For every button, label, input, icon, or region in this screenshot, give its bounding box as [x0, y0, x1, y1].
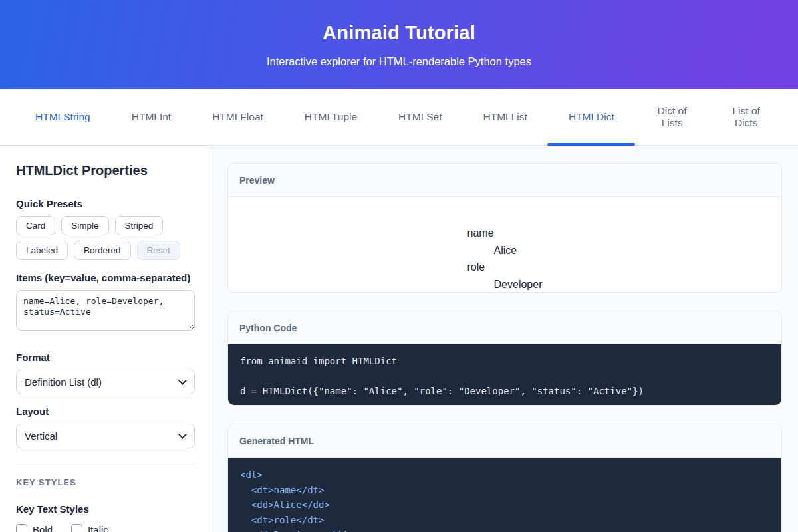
preview-definition-list: name Alice role Developer — [467, 225, 543, 281]
bold-checkbox-label: Bold — [33, 524, 53, 532]
app-title: Animaid Tutorial — [0, 0, 798, 44]
code-line — [240, 369, 769, 384]
preview-output: name Alice role Developer — [228, 197, 781, 292]
code-line: <dt>role</dt> — [240, 513, 769, 528]
code-line: <dl> — [240, 467, 769, 483]
code-line: <dd>Developer</dd> — [240, 527, 769, 532]
layout-select[interactable]: Vertical — [16, 424, 195, 448]
python-code-card-header: Python Code — [228, 311, 781, 344]
generated-html-card-header: Generated HTML — [228, 424, 781, 458]
preset-simple-button[interactable]: Simple — [61, 216, 108, 235]
code-line: <dd>Alice</dd> — [240, 497, 769, 513]
tab-htmldict[interactable]: HTMLDict — [569, 89, 614, 145]
tab-htmlset[interactable]: HTMLSet — [398, 89, 442, 145]
preview-definition: Alice — [494, 242, 543, 259]
sidebar-title: HTMLDict Properties — [16, 163, 195, 178]
key-styles-section-title: KEY STYLES — [16, 477, 195, 487]
preset-reset-button[interactable]: Reset — [137, 241, 180, 260]
preset-striped-button[interactable]: Striped — [115, 216, 164, 235]
tab-list-of-dicts[interactable]: List of Dicts — [730, 89, 763, 145]
layout-select-wrap: Vertical — [16, 424, 195, 448]
preview-term: role — [467, 259, 543, 276]
content-area: HTMLDict Properties Quick Presets Card S… — [0, 146, 798, 532]
code-line: from animaid import HTMLDict — [240, 354, 769, 369]
tab-dict-of-lists[interactable]: Dict of Lists — [656, 89, 689, 145]
app-header: Animaid Tutorial Interactive explorer fo… — [0, 0, 798, 89]
code-line: d = HTMLDict({"name": "Alice", "role": "… — [240, 384, 769, 399]
preview-term: name — [467, 225, 543, 242]
preset-labeled-button[interactable]: Labeled — [16, 241, 68, 260]
italic-checkbox[interactable] — [71, 524, 82, 532]
preview-card: Preview name Alice role Developer — [227, 163, 782, 293]
preset-card-button[interactable]: Card — [16, 216, 55, 235]
tab-htmltuple[interactable]: HTMLTuple — [305, 89, 357, 145]
bold-checkbox[interactable] — [16, 524, 27, 532]
format-select[interactable]: Definition List (dl) — [16, 370, 195, 394]
key-text-styles-options: Bold Italic — [16, 524, 195, 532]
quick-presets-label: Quick Presets — [16, 198, 195, 209]
generated-html-block: <dl> <dt>name</dt> <dd>Alice</dd> <dt>ro… — [228, 458, 781, 532]
bold-checkbox-item: Bold — [16, 524, 53, 532]
tab-htmllist[interactable]: HTMLList — [483, 89, 527, 145]
app-subtitle: Interactive explorer for HTML-renderable… — [0, 55, 798, 68]
items-input[interactable]: name=Alice, role=Developer, status=Activ… — [16, 290, 195, 331]
active-tab-indicator — [547, 143, 635, 146]
preset-row-1: Card Simple Striped — [16, 216, 195, 235]
preset-row-2: Labeled Bordered Reset — [16, 241, 195, 260]
tab-htmldict-label: HTMLDict — [569, 111, 614, 123]
tab-htmlfloat[interactable]: HTMLFloat — [212, 89, 263, 145]
format-select-wrap: Definition List (dl) — [16, 370, 195, 394]
main-panel: Preview name Alice role Developer Python… — [211, 146, 798, 532]
preview-definition: Developer — [494, 276, 543, 293]
tab-htmlstring[interactable]: HTMLString — [35, 89, 90, 145]
format-label: Format — [16, 352, 195, 363]
properties-sidebar: HTMLDict Properties Quick Presets Card S… — [0, 146, 211, 532]
italic-checkbox-item: Italic — [71, 524, 108, 532]
preview-card-header: Preview — [228, 164, 781, 197]
key-text-styles-label: Key Text Styles — [16, 503, 195, 515]
italic-checkbox-label: Italic — [88, 524, 108, 532]
preset-bordered-button[interactable]: Bordered — [74, 241, 131, 260]
python-code-block: from animaid import HTMLDict d = HTMLDic… — [228, 344, 781, 405]
generated-html-card: Generated HTML <dl> <dt>name</dt> <dd>Al… — [227, 424, 782, 532]
type-tabbar: HTMLString HTMLInt HTMLFloat HTMLTuple H… — [0, 89, 798, 146]
python-code-card: Python Code from animaid import HTMLDict… — [227, 311, 782, 406]
layout-label: Layout — [16, 406, 195, 417]
tab-htmlint[interactable]: HTMLInt — [132, 89, 171, 145]
sidebar-divider — [16, 464, 195, 464]
items-label: Items (key=value, comma-separated) — [16, 272, 195, 283]
code-line: <dt>name</dt> — [240, 483, 769, 498]
